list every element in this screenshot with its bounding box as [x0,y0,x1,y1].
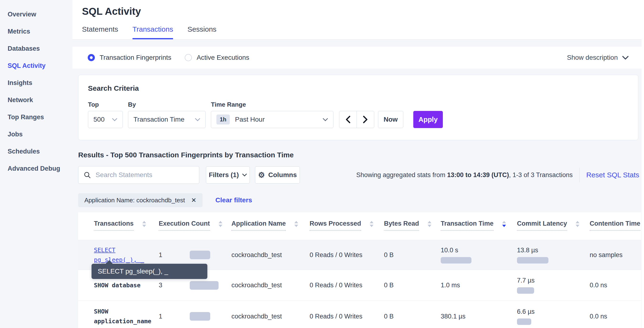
radio-label: Active Executions [197,54,249,61]
time-range-badge: 1h [216,115,230,125]
apply-button[interactable]: Apply [413,111,443,128]
search-icon [84,171,91,178]
sidebar-item-top-ranges[interactable]: Top Ranges [0,109,72,126]
bytes-read-cell: 0 B [384,251,441,259]
by-label: By [128,101,206,108]
transaction-fingerprint-link[interactable]: SHOW database [94,280,159,290]
radio-active-executions[interactable]: Active Executions [185,54,249,61]
filter-chip-label: Application Name: cockroachdb_test [84,197,185,204]
chevron-left-icon [346,116,350,123]
execution-count-bar [190,251,210,259]
column-header-execution-count[interactable]: Execution Count [159,220,232,240]
radio-transaction-fingerprints[interactable]: Transaction Fingerprints [88,54,171,61]
chevron-down-icon [323,118,328,121]
column-header-bytes-read[interactable]: Bytes Read [384,220,441,240]
search-statements-input[interactable] [95,171,194,179]
sidebar-item-sql-activity[interactable]: SQL Activity [0,57,72,74]
contention-time-cell: 0.0 ns [590,282,641,289]
execution-count-bar [190,281,218,290]
page-title: SQL Activity [82,6,644,17]
chevron-down-icon [622,56,629,60]
next-interval-button[interactable] [356,111,374,128]
tab-sessions[interactable]: Sessions [187,25,216,39]
column-header-rows-processed[interactable]: Rows Processed [310,220,384,240]
radio-unselected-icon [185,54,192,61]
sort-icon[interactable] [218,221,222,227]
sql-activity-page: Overview Metrics Databases SQL Activity … [0,0,644,328]
sidebar-item-network[interactable]: Network [0,91,72,109]
commit-latency-bar [517,319,531,325]
commit-latency-bar [517,287,534,294]
radio-label: Transaction Fingerprints [100,54,171,61]
statement-tooltip: SELECT pg_sleep(_), _ [92,264,207,279]
sort-icon[interactable] [142,221,146,227]
columns-button-label: Columns [268,171,297,179]
now-button[interactable]: Now [378,111,403,128]
contention-time-cell: 0.0 ns [590,313,641,320]
application-name-cell: cockroachdb_test [232,251,310,259]
time-step-buttons [339,111,374,128]
reset-sql-stats-link[interactable]: Reset SQL Stats [586,171,639,179]
time-range-select[interactable]: 1h Past Hour [211,111,334,128]
clear-filters-link[interactable]: Clear filters [216,196,252,204]
aggregated-stats-text: Showing aggregated stats from 13:00 to 1… [356,171,573,179]
sidebar-item-jobs[interactable]: Jobs [0,126,72,143]
tab-statements[interactable]: Statements [82,25,118,39]
top-select-value: 500 [94,116,105,123]
sidebar-item-schedules[interactable]: Schedules [0,143,72,160]
transaction-time-cell: 380.1 µs [441,313,517,320]
sidebar-item-insights[interactable]: Insights [0,74,72,91]
sort-icon[interactable] [294,221,298,227]
execution-count-cell: 3 [159,281,232,290]
sort-icon[interactable] [428,221,432,227]
sidebar-item-metrics[interactable]: Metrics [0,23,72,40]
topbar: SQL Activity Statements Transactions Ses… [72,0,644,39]
close-icon[interactable]: ✕ [191,197,196,204]
table-row: SHOW application_name 1 cockroachdb_test… [78,301,641,328]
sort-icon[interactable] [576,221,580,227]
execution-count-cell: 1 [159,251,232,259]
top-select[interactable]: 500 [88,111,123,128]
column-header-transaction-time[interactable]: Transaction Time [441,220,517,240]
tab-bar: Statements Transactions Sessions [82,25,644,39]
show-description-toggle[interactable]: Show description [567,54,629,61]
transaction-time-bar [441,257,472,264]
sidebar-item-overview[interactable]: Overview [0,6,72,23]
rows-processed-cell: 0 Reads / 0 Writes [310,251,384,259]
chevron-down-icon [195,118,200,121]
time-range-field: Time Range 1h Past Hour [211,101,334,128]
application-name-cell: cockroachdb_test [232,282,310,289]
application-name-cell: cockroachdb_test [232,313,310,320]
filters-button-label: Filters (1) [209,171,239,179]
transaction-fingerprint-link[interactable]: SHOW application_name [94,307,159,326]
previous-interval-button[interactable] [339,111,357,128]
columns-button[interactable]: ⚙ Columns [255,166,300,183]
by-select[interactable]: Transaction Time [128,111,206,128]
column-header-contention-time[interactable]: Contention Time [590,220,641,240]
tab-transactions[interactable]: Transactions [132,25,173,39]
column-header-commit-latency[interactable]: Commit Latency [517,220,590,240]
results-heading: Results - Top 500 Transaction Fingerprin… [78,151,638,159]
sidebar-item-databases[interactable]: Databases [0,40,72,57]
column-header-application-name[interactable]: Application Name [232,220,310,240]
table-header-row: Transactions Execution Count Application… [78,212,641,240]
sidebar-item-advanced-debug[interactable]: Advanced Debug [0,160,72,177]
view-toggle-band: Transaction Fingerprints Active Executio… [72,47,644,69]
contention-time-cell: no samples [590,251,641,259]
commit-latency-cell: 7.7 µs [517,277,590,294]
top-field: Top 500 [88,101,123,128]
sort-icon[interactable] [370,221,374,227]
rows-processed-cell: 0 Reads / 0 Writes [310,282,384,289]
column-header-transactions[interactable]: Transactions [94,220,159,240]
transaction-fingerprint-link[interactable]: SELECT pg_sleep(_), _ [94,245,159,265]
chevron-down-icon [112,118,117,121]
search-criteria-card: Search Criteria Top 500 By Transaction T… [78,75,638,140]
main-content: SQL Activity Statements Transactions Ses… [72,0,644,328]
search-statements-box [78,166,199,184]
commit-latency-cell: 6.6 µs [517,308,590,325]
filter-chip[interactable]: Application Name: cockroachdb_test ✕ [78,193,202,207]
commit-latency-bar [517,257,548,264]
sort-icon-active-desc[interactable] [502,221,506,227]
top-label: Top [88,101,123,108]
filters-button[interactable]: Filters (1) [206,166,250,183]
